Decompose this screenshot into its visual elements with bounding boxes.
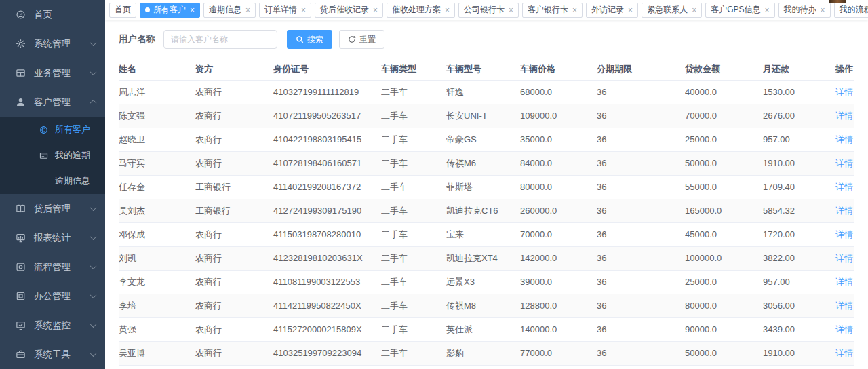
sidebar: 首页 系统管理 业务管理 客户管理 所有客户 我的逾期 逾期信息 贷后管理 报表… [0,0,105,369]
table-row: 陈文强农商行410721199505263517二手车长安UNI-T109000… [119,104,854,128]
customer-name-input[interactable] [163,30,277,49]
table-cell [763,365,821,369]
sidebar-item-tools[interactable]: 系统工具 [0,340,105,369]
table-cell-action: 详情 [821,151,854,175]
sidebar-item-all-customers[interactable]: 所有客户 [0,117,105,142]
close-icon[interactable]: × [509,6,513,14]
detail-link[interactable]: 详情 [835,229,853,239]
tab-贷后催收记录[interactable]: 贷后催收记录 × [315,3,383,18]
tab-客户GPS信息[interactable]: 客户GPS信息 × [705,3,774,18]
table-row: 刘凯农商行41232819810203631X二手车凯迪拉克XT4142000.… [119,246,854,270]
detail-link[interactable]: 详情 [835,300,853,311]
close-icon[interactable]: × [821,6,825,14]
avatar-partial [829,0,846,3]
table-cell [520,365,597,369]
table-row: 邓保成农商行411503198708280010二手车宝来70000.03645… [119,222,854,246]
sidebar-item-process[interactable]: 流程管理 [0,252,105,281]
detail-link[interactable]: 详情 [835,182,853,192]
table-cell: 3056.00 [763,294,821,317]
table-cell: 邓保成 [119,222,195,246]
tab-公司银行卡[interactable]: 公司银行卡 × [458,3,519,18]
table-cell: 45000.0 [685,222,763,246]
tab-所有客户[interactable]: 所有客户 × [140,3,200,18]
close-icon[interactable]: × [764,6,769,14]
table-cell: 李培 [119,294,195,317]
table-cell: 41232819810203631X [273,246,381,270]
table-cell: 50000.0 [685,341,763,365]
table-cell: 工商银行 [195,175,273,199]
table-cell: 90000.0 [685,317,763,341]
table-cell: 宝来 [446,222,520,246]
detail-link[interactable]: 详情 [835,111,853,121]
app-window: 首页 系统管理 业务管理 客户管理 所有客户 我的逾期 逾期信息 贷后管理 报表… [0,0,868,369]
close-icon[interactable]: × [301,6,306,14]
sidebar-item-system[interactable]: 系统管理 [0,29,105,58]
sidebar-item-home[interactable]: 首页 [0,0,105,29]
tab-逾期信息[interactable]: 逾期信息 × [203,3,256,18]
detail-link[interactable]: 详情 [835,206,853,216]
close-icon[interactable]: × [445,6,450,14]
table-cell: 128800.0 [520,294,597,317]
table-cell: 36 [597,317,685,341]
close-icon[interactable]: × [692,6,696,14]
detail-link[interactable]: 详情 [835,348,853,358]
table-cell-action: 详情 [821,246,854,270]
detail-link[interactable]: 详情 [835,253,853,263]
table-cell: 165000.0 [685,199,763,222]
detail-link[interactable]: 详情 [835,134,853,144]
sidebar-item-office[interactable]: 办公管理 [0,281,105,311]
table-cell: 36 [597,341,685,365]
table-row: 周志洋农商行410327199111112819二手车轩逸68000.03640… [119,80,854,104]
sidebar-item-business[interactable]: 业务管理 [0,58,105,88]
table-cell [685,365,763,369]
table-cell: 远景X3 [446,270,520,294]
table-cell: 农商行 [195,341,273,365]
customer-table: 姓名资方身份证号车辆类型车辆型号车辆价格分期期限贷款金额月还款操作 周志洋农商行… [119,58,854,369]
table-cell: 帝豪GS [446,128,520,151]
sidebar-item-post-loan[interactable]: 贷后管理 [0,194,105,223]
close-icon[interactable]: × [190,6,195,14]
table-cell: 轩逸 [446,80,520,104]
table-header-row: 姓名资方身份证号车辆类型车辆型号车辆价格分期期限贷款金额月还款操作 [119,58,854,80]
table-cell: 马守宾 [119,151,195,175]
table-cell: 55000.0 [685,175,763,199]
table-cell: 80000.0 [685,294,763,317]
table-cell: 70000.0 [685,104,763,128]
table-cell: 二手车 [381,104,446,128]
tab-bar: 首页 所有客户 × 逾期信息 × 订单详情 × 贷后催收记录 × 催收处理方案 … [105,0,868,20]
table-row: 黄强农商行41152720000215809X二手车英仕派140000.0369… [119,317,854,341]
tab-催收处理方案[interactable]: 催收处理方案 × [387,3,455,18]
table-cell: 农商行 [195,294,273,317]
table-cell: 411402199208167372 [273,175,381,199]
table-cell: 36 [597,270,685,294]
chevron-down-icon [90,233,97,240]
table-cell: 140000.0 [520,317,597,341]
detail-link[interactable]: 详情 [835,277,853,287]
close-icon[interactable]: × [373,6,378,14]
detail-link[interactable]: 详情 [835,158,853,168]
table-cell: 410325199709223094 [273,341,381,365]
table-cell: 35000.0 [520,128,597,151]
tab-订单详情[interactable]: 订单详情 × [259,3,311,18]
sidebar-item-monitoring[interactable]: 系统监控 [0,311,105,340]
tab-紧急联系人[interactable]: 紧急联系人 × [642,3,702,18]
detail-link[interactable]: 详情 [835,324,853,334]
sidebar-item-reports[interactable]: 报表统计 [0,223,105,252]
detail-link[interactable]: 详情 [835,87,853,97]
search-button[interactable]: 搜索 [287,30,332,49]
tab-首页[interactable]: 首页 [109,3,136,18]
close-icon[interactable]: × [628,6,633,14]
reset-button[interactable]: 重置 [339,30,384,49]
close-icon[interactable]: × [572,6,577,14]
chevron-down-icon [90,321,97,328]
tab-我的待办[interactable]: 我的待办 × [778,3,831,18]
table-cell: 1910.00 [763,341,821,365]
table-cell: 二手车 [381,294,446,317]
sidebar-item-overdue-info[interactable]: 逾期信息 [0,168,105,194]
tab-外访记录[interactable]: 外访记录 × [586,3,638,18]
tab-客户银行卡[interactable]: 客户银行卡 × [522,3,583,18]
sidebar-item-customer[interactable]: 客户管理 [0,88,105,117]
close-icon[interactable]: × [245,6,250,14]
tab-我的流程[interactable]: 我的流程 × [834,3,868,18]
sidebar-item-my-overdue[interactable]: 我的逾期 [0,142,105,168]
